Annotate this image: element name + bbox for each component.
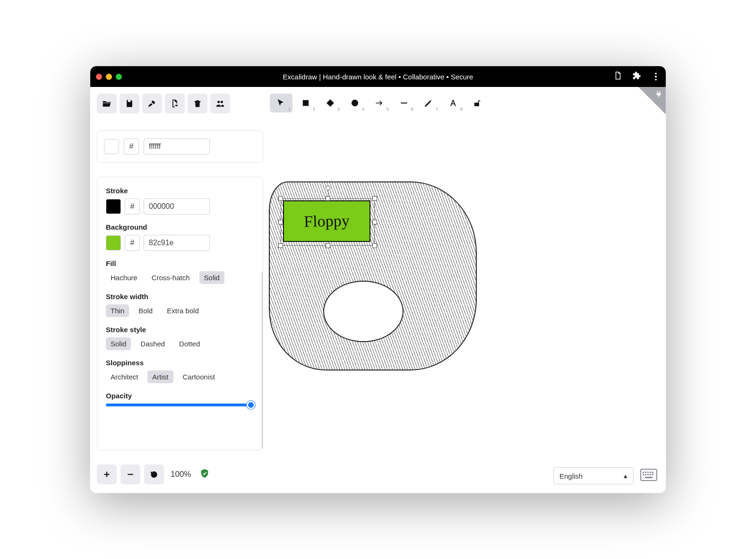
opacity-slider[interactable]: [106, 404, 254, 406]
ss-dashed[interactable]: Dashed: [136, 337, 170, 350]
properties-panel: Stroke # Background # Fill Hachure: [97, 177, 263, 450]
file-toolbar: [97, 94, 230, 113]
ss-solid[interactable]: Solid: [106, 337, 131, 350]
zoom-reset-button[interactable]: [144, 464, 164, 484]
background-swatch[interactable]: [106, 235, 121, 250]
disk-hole: [323, 281, 404, 342]
fill-options: Hachure Cross-hatch Solid: [106, 271, 254, 284]
zoom-percent: 100%: [171, 470, 191, 479]
opacity-thumb[interactable]: [247, 401, 255, 409]
canvas-bg-hex-input[interactable]: [144, 138, 210, 155]
sloppiness-options: Architect Artist Cartoonist: [106, 370, 254, 383]
opacity-label: Opacity: [106, 392, 254, 400]
export-button[interactable]: [165, 94, 185, 113]
sw-thin[interactable]: Thin: [106, 304, 129, 317]
collab-button[interactable]: [210, 94, 230, 113]
resize-handle-br[interactable]: [372, 243, 377, 248]
stroke-width-label: Stroke width: [106, 292, 254, 301]
canvas-area[interactable]: Floppy: [269, 87, 666, 493]
stroke-hex-input[interactable]: [144, 198, 210, 215]
app-window: Excalidraw | Hand-drawn look & feel • Co…: [90, 66, 666, 493]
fill-solid[interactable]: Solid: [199, 271, 224, 284]
sl-artist[interactable]: Artist: [147, 370, 173, 383]
hash-label: #: [124, 138, 139, 155]
fill-hachure[interactable]: Hachure: [106, 271, 142, 284]
sw-extrabold[interactable]: Extra bold: [162, 304, 204, 317]
shield-icon: [199, 468, 210, 481]
sl-cartoonist[interactable]: Cartoonist: [178, 370, 220, 383]
stroke-label: Stroke: [106, 187, 254, 195]
stroke-style-label: Stroke style: [106, 326, 254, 334]
resize-handle-tl[interactable]: [278, 196, 283, 201]
stroke-swatch[interactable]: [106, 199, 121, 214]
scrollbar[interactable]: [262, 272, 263, 450]
window-title: Excalidraw | Hand-drawn look & feel • Co…: [90, 73, 666, 81]
resize-handle-tr[interactable]: [372, 196, 377, 201]
zoom-in-button[interactable]: [97, 464, 117, 484]
background-hex-input[interactable]: [144, 235, 210, 251]
resize-handle-ml[interactable]: [278, 220, 283, 224]
canvas-bg-card: #: [97, 130, 263, 163]
fill-crosshatch[interactable]: Cross-hatch: [147, 271, 195, 284]
resize-handle-tm[interactable]: [326, 196, 330, 201]
zoom-controls: 100%: [97, 464, 210, 484]
title-bar: Excalidraw | Hand-drawn look & feel • Co…: [90, 66, 666, 87]
clear-button[interactable]: [142, 94, 162, 113]
ss-dotted[interactable]: Dotted: [174, 337, 205, 350]
open-button[interactable]: [97, 94, 117, 113]
rotate-handle[interactable]: [326, 186, 330, 190]
stroke-style-options: Solid Dashed Dotted: [106, 337, 254, 350]
hash-label: #: [125, 235, 140, 251]
sl-architect[interactable]: Architect: [106, 370, 143, 383]
fill-label: Fill: [106, 259, 254, 267]
resize-handle-bm[interactable]: [326, 243, 330, 248]
sloppiness-label: Sloppiness: [106, 359, 254, 367]
background-label: Background: [106, 223, 254, 231]
resize-handle-mr[interactable]: [372, 220, 377, 224]
sw-bold[interactable]: Bold: [134, 304, 157, 317]
zoom-out-button[interactable]: [120, 464, 140, 484]
resize-handle-bl[interactable]: [278, 243, 283, 248]
stroke-width-options: Thin Bold Extra bold: [106, 304, 254, 317]
hash-label: #: [125, 198, 140, 215]
save-button[interactable]: [120, 94, 139, 113]
delete-button[interactable]: [188, 94, 207, 113]
canvas-bg-swatch[interactable]: [104, 139, 119, 154]
selection-box[interactable]: [281, 198, 375, 246]
